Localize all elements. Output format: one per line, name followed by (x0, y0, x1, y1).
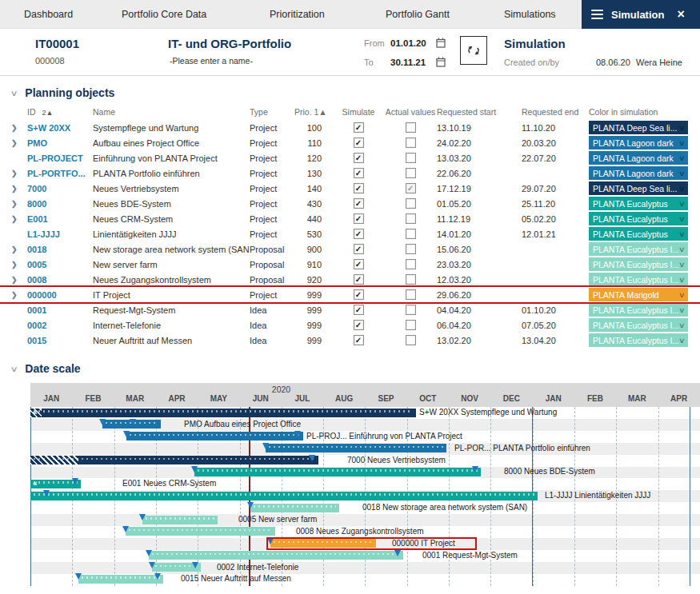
gantt-bar-s+w[interactable]: « (30, 409, 416, 417)
expand-chevron-icon[interactable] (11, 291, 27, 299)
row-id-link[interactable]: 7000 (27, 184, 93, 193)
gantt-bar-pl-proj...[interactable] (126, 432, 303, 441)
simulate-checkbox[interactable] (354, 335, 364, 345)
expand-chevron-icon[interactable] (11, 200, 27, 208)
color-in-simulation-dropdown[interactable]: PLANTA Eucalyptus l...∨ (589, 273, 688, 286)
actual-values-checkbox[interactable] (406, 335, 416, 345)
simulate-checkbox[interactable] (354, 198, 364, 209)
row-id-link[interactable]: S+W 20XX (27, 123, 93, 133)
expand-chevron-icon[interactable] (11, 124, 27, 132)
col-simulate[interactable]: Simulate (333, 107, 384, 117)
nav-item-portfolio-gantt[interactable]: Portfolio Gantt (386, 0, 450, 29)
row-id-link[interactable]: 0015 (27, 336, 93, 345)
gantt-bar-0008[interactable] (126, 527, 275, 536)
simulate-checkbox[interactable] (354, 244, 364, 254)
actual-values-checkbox[interactable] (406, 274, 416, 285)
gantt-bar-8000[interactable] (194, 468, 481, 476)
actual-values-checkbox[interactable] (406, 289, 416, 300)
actual-values-checkbox[interactable] (406, 138, 416, 148)
date-scale-section-header[interactable]: ∨ Date scale (0, 348, 700, 378)
simulate-checkbox[interactable] (354, 274, 364, 285)
row-id-link[interactable]: 0018 (27, 245, 93, 254)
color-in-simulation-dropdown[interactable]: PLANTA Eucalyptus l...∨ (589, 257, 688, 271)
gantt-bar-l1-jjjj[interactable] (30, 492, 538, 500)
color-in-simulation-dropdown[interactable]: PLANTA Marigold∨ (589, 288, 688, 301)
gantt-bar-pl-por...[interactable] (266, 444, 446, 452)
actual-values-checkbox[interactable] (406, 305, 416, 315)
row-id-link[interactable]: 0008 (27, 275, 93, 285)
color-in-simulation-dropdown[interactable]: PLANTA Eucalyptus l...∨ (589, 242, 688, 256)
color-in-simulation-dropdown[interactable]: PLANTA Eucalyptus∨ (589, 227, 688, 241)
actual-values-checkbox[interactable] (406, 198, 416, 209)
simulate-checkbox[interactable] (354, 138, 364, 148)
expand-chevron-icon[interactable] (11, 245, 27, 253)
col-requested-end[interactable]: Requested end (522, 107, 589, 117)
actual-values-checkbox[interactable] (406, 244, 416, 254)
nav-item-portfolio-core-data[interactable]: Portfolio Core Data (122, 0, 206, 29)
color-in-simulation-dropdown[interactable]: PLANTA Lagoon dark∨ (589, 166, 688, 180)
row-id-link[interactable]: E001 (27, 214, 93, 224)
row-id-link[interactable]: PMO (27, 138, 93, 148)
row-id-link[interactable]: 0002 (27, 321, 93, 330)
simulate-checkbox[interactable] (354, 259, 364, 269)
tab-simulation[interactable]: Simulation × (582, 0, 700, 29)
row-id-link[interactable]: PL-PORTFO... (27, 169, 93, 178)
gantt-bar-0018[interactable] (250, 504, 339, 512)
col-type[interactable]: Type (250, 107, 294, 117)
expand-chevron-icon[interactable] (11, 276, 27, 284)
actual-values-checkbox[interactable] (406, 259, 416, 269)
actual-values-checkbox[interactable] (406, 122, 416, 133)
color-in-simulation-dropdown[interactable]: PLANTA Eucalyptus∨ (589, 197, 688, 210)
expand-chevron-icon[interactable] (11, 215, 27, 223)
gantt-bar-0015[interactable] (78, 575, 163, 584)
actual-values-checkbox[interactable] (406, 168, 416, 178)
expand-chevron-icon[interactable] (11, 261, 27, 269)
calendar-icon[interactable] (436, 38, 446, 48)
col-requested-start[interactable]: Requested start (437, 107, 522, 117)
row-id-link[interactable]: 8000 (27, 199, 93, 209)
gantt-bar-0005[interactable] (142, 516, 218, 524)
simulate-checkbox[interactable] (354, 289, 364, 300)
row-id-link[interactable]: 000000 (27, 290, 93, 300)
color-in-simulation-dropdown[interactable]: PLANTA Eucalyptus l...∨ (589, 333, 688, 347)
simulate-checkbox[interactable] (354, 320, 364, 330)
simulate-checkbox[interactable] (354, 183, 364, 193)
row-id-link[interactable]: 0005 (27, 260, 93, 269)
row-id-link[interactable]: 0001 (27, 305, 93, 315)
refresh-button[interactable] (460, 36, 487, 65)
actual-values-checkbox[interactable] (406, 153, 416, 163)
menu-icon[interactable] (591, 10, 603, 20)
actual-values-checkbox[interactable] (406, 229, 416, 239)
color-in-simulation-dropdown[interactable]: PLANTA Lagoon dark∨ (589, 151, 688, 165)
expand-chevron-icon[interactable] (11, 185, 27, 193)
simulate-checkbox[interactable] (354, 213, 364, 224)
calendar-icon[interactable] (436, 57, 446, 67)
color-in-simulation-dropdown[interactable]: PLANTA Eucalyptus∨ (589, 212, 688, 225)
color-in-simulation-dropdown[interactable]: PLANTA Deep Sea li...∨ (589, 181, 688, 195)
expand-chevron-icon[interactable] (11, 139, 27, 147)
close-icon[interactable]: × (677, 8, 684, 21)
col-name[interactable]: Name (93, 107, 250, 117)
actual-values-checkbox[interactable] (406, 183, 416, 193)
nav-item-prioritization[interactable]: Prioritization (270, 0, 325, 29)
col-prio[interactable]: Prio. 1▲ (294, 107, 333, 117)
from-date-field[interactable]: 01.01.20 (390, 38, 426, 48)
nav-item-dashboard[interactable]: Dashboard (24, 0, 73, 29)
portfolio-subtitle[interactable]: -Please enter a name- (170, 56, 253, 66)
color-in-simulation-dropdown[interactable]: PLANTA Lagoon dark∨ (589, 136, 688, 149)
col-actual-values[interactable]: Actual values (384, 107, 437, 117)
gantt-bar-7000[interactable] (30, 456, 318, 464)
color-in-simulation-dropdown[interactable]: PLANTA Eucalyptus l...∨ (589, 318, 688, 332)
col-color-in-simulation[interactable]: Color in simulation (589, 107, 690, 117)
simulate-checkbox[interactable] (354, 305, 364, 315)
simulate-checkbox[interactable] (354, 168, 364, 178)
row-id-link[interactable]: L1-JJJJ (27, 229, 93, 239)
expand-chevron-icon[interactable] (11, 169, 27, 177)
planning-objects-section-header[interactable]: ∨ Planning objects (0, 76, 700, 102)
color-in-simulation-dropdown[interactable]: PLANTA Eucalyptus l...∨ (589, 303, 688, 317)
actual-values-checkbox[interactable] (406, 320, 416, 330)
nav-item-simulations[interactable]: Simulations (504, 0, 556, 29)
actual-values-checkbox[interactable] (406, 213, 416, 224)
color-in-simulation-dropdown[interactable]: PLANTA Deep Sea li...∨ (589, 121, 688, 134)
simulate-checkbox[interactable] (354, 153, 364, 163)
